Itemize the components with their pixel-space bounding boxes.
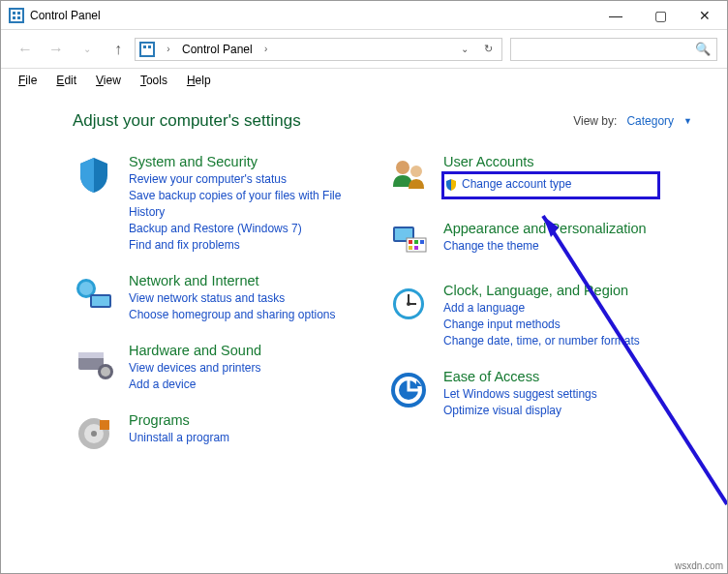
category-body: Appearance and Personalization Change th… (443, 221, 692, 255)
navbar: ← → ⌄ ↑ › Control Panel › ⌄ ↻ 🔍 (1, 30, 727, 69)
category-body: Clock, Language, and Region Add a langua… (443, 283, 692, 349)
change-account-type-link[interactable]: Change account type (462, 176, 571, 193)
content-header: Adjust your computer's settings View by:… (73, 111, 692, 131)
search-box[interactable]: 🔍 (510, 38, 717, 61)
category-link[interactable]: Optimize visual display (443, 403, 692, 419)
svg-point-11 (79, 282, 93, 295)
left-column: System and Security Review your computer… (73, 154, 378, 455)
control-panel-icon (139, 42, 155, 57)
svg-rect-28 (414, 240, 418, 244)
category-link[interactable]: View devices and printers (129, 360, 378, 377)
svg-rect-31 (414, 246, 418, 250)
menu-view[interactable]: View (86, 74, 131, 87)
category-link[interactable]: Save backup copies of your files with Fi… (129, 188, 378, 221)
menu-tools[interactable]: Tools (131, 74, 177, 87)
category-body: Network and Internet View network status… (129, 273, 378, 323)
svg-rect-4 (13, 16, 15, 19)
content-area: Adjust your computer's settings View by:… (1, 92, 727, 474)
minimize-button[interactable]: — (593, 1, 638, 30)
svg-rect-7 (141, 44, 153, 55)
address-history-dropdown[interactable]: ⌄ (455, 44, 474, 54)
forward-button[interactable]: → (42, 37, 71, 62)
appearance-icon (387, 221, 430, 263)
svg-point-23 (410, 166, 422, 177)
category-title[interactable]: Network and Internet (129, 273, 378, 288)
view-by-label: View by: (573, 114, 617, 128)
category-hardware: Hardware and Sound View devices and prin… (73, 343, 378, 393)
menu-help[interactable]: Help (177, 74, 221, 87)
category-body: User Accounts Change account type (443, 154, 692, 201)
category-link-row: Change account type (444, 176, 657, 193)
category-link[interactable]: Choose homegroup and sharing options (129, 307, 378, 323)
user-accounts-icon (387, 154, 430, 196)
svg-rect-9 (148, 45, 151, 48)
category-body: Hardware and Sound View devices and prin… (129, 343, 378, 393)
ease-of-access-icon (387, 369, 430, 411)
category-title[interactable]: Hardware and Sound (129, 343, 378, 358)
category-title[interactable]: User Accounts (443, 154, 692, 169)
uac-shield-icon (444, 178, 458, 192)
category-link[interactable]: Change the theme (443, 238, 692, 255)
category-link[interactable]: Add a language (443, 300, 692, 317)
category-programs: Programs Uninstall a program (73, 412, 378, 455)
up-button[interactable]: ↑ (104, 37, 133, 62)
svg-rect-1 (11, 10, 22, 21)
close-button[interactable]: ✕ (682, 1, 727, 30)
view-by-control[interactable]: View by: Category ▼ (573, 114, 692, 128)
breadcrumb-chevron-icon[interactable]: › (159, 44, 178, 54)
breadcrumb-root[interactable]: Control Panel (182, 43, 253, 56)
category-link[interactable]: Review your computer's status (129, 171, 378, 188)
category-title[interactable]: Ease of Access (443, 369, 692, 384)
category-system-security: System and Security Review your computer… (73, 154, 378, 254)
category-ease-of-access: Ease of Access Let Windows suggest setti… (387, 369, 692, 419)
svg-rect-15 (78, 352, 104, 358)
category-columns: System and Security Review your computer… (73, 154, 692, 455)
network-icon (73, 273, 115, 316)
category-title[interactable]: Appearance and Personalization (443, 221, 692, 236)
search-icon[interactable]: 🔍 (695, 42, 711, 56)
right-column: User Accounts Change account type (378, 154, 692, 455)
category-clock-language: Clock, Language, and Region Add a langua… (387, 283, 692, 349)
category-title[interactable]: Clock, Language, and Region (443, 283, 692, 298)
category-title[interactable]: Programs (129, 412, 378, 428)
svg-rect-29 (420, 240, 424, 244)
address-bar[interactable]: › Control Panel › ⌄ ↻ (135, 38, 502, 61)
category-body: Programs Uninstall a program (129, 412, 378, 446)
svg-point-36 (407, 302, 410, 306)
programs-icon (73, 412, 115, 455)
window-title: Control Panel (30, 9, 593, 22)
category-link[interactable]: Change date, time, or number formats (443, 333, 692, 349)
maximize-button[interactable]: ▢ (638, 1, 682, 30)
svg-rect-8 (143, 45, 146, 48)
category-link[interactable]: View network status and tasks (129, 290, 378, 307)
category-network: Network and Internet View network status… (73, 273, 378, 323)
svg-point-20 (91, 431, 97, 437)
annotation-highlight-box: Change account type (441, 171, 660, 199)
category-link[interactable]: Add a device (129, 377, 378, 393)
clock-icon (387, 283, 430, 325)
category-link[interactable]: Backup and Restore (Windows 7) (129, 221, 378, 237)
hardware-icon (73, 343, 115, 385)
recent-locations-dropdown[interactable]: ⌄ (73, 37, 102, 62)
category-user-accounts: User Accounts Change account type (387, 154, 692, 201)
svg-rect-2 (13, 12, 15, 15)
breadcrumb-chevron-icon[interactable]: › (257, 44, 276, 54)
category-appearance: Appearance and Personalization Change th… (387, 221, 692, 263)
back-button[interactable]: ← (11, 37, 40, 62)
menu-file[interactable]: File (9, 74, 46, 87)
svg-rect-21 (100, 420, 109, 430)
category-title[interactable]: System and Security (129, 154, 378, 169)
category-link[interactable]: Uninstall a program (129, 430, 378, 446)
category-link[interactable]: Let Windows suggest settings (443, 386, 692, 403)
page-heading: Adjust your computer's settings (73, 111, 573, 131)
svg-rect-3 (17, 12, 20, 15)
menubar: File Edit View Tools Help (1, 69, 727, 92)
refresh-button[interactable]: ↻ (478, 43, 498, 55)
svg-rect-27 (409, 240, 412, 244)
search-input[interactable] (517, 42, 695, 57)
view-by-value[interactable]: Category (626, 114, 674, 128)
chevron-down-icon[interactable]: ▼ (683, 116, 692, 126)
category-link[interactable]: Change input methods (443, 317, 692, 333)
menu-edit[interactable]: Edit (46, 74, 86, 87)
category-link[interactable]: Find and fix problems (129, 237, 378, 254)
